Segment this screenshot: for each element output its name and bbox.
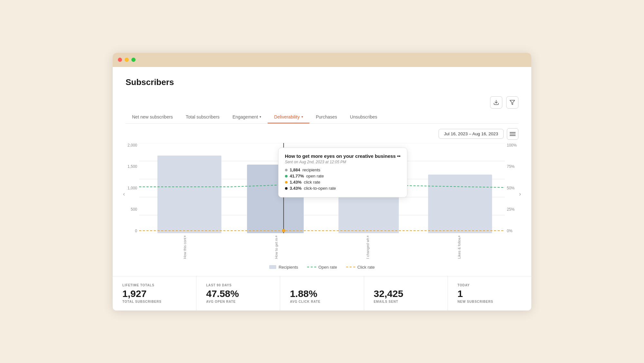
stat-last90-top-label: Last 90 Days <box>206 283 270 287</box>
deliverability-chevron-icon: ▾ <box>301 115 303 119</box>
toolbar <box>126 96 518 109</box>
close-dot[interactable] <box>118 58 122 62</box>
stat-last90-open-bottom-label: Avg Open Rate <box>206 300 270 303</box>
date-range-picker[interactable]: Jul 16, 2023 – Aug 16, 2023 <box>439 129 504 139</box>
page-title: Subscribers <box>126 77 518 87</box>
svg-marker-1 <box>510 100 515 105</box>
stat-last90-emails-bottom-label: Emails Sent <box>374 300 438 303</box>
svg-point-16 <box>282 229 285 232</box>
recipients-legend-icon <box>269 265 276 269</box>
chart-label-1: How this content creat... <box>139 233 231 259</box>
chart-label-4: Likes & follows got yo... <box>413 233 505 259</box>
stat-last90-emails-top-label <box>374 283 438 287</box>
tab-total[interactable]: Total subscribers <box>179 111 226 123</box>
click-rate-legend-icon <box>346 267 355 267</box>
stat-last90-emails: 32,425 Emails Sent <box>364 276 448 310</box>
stat-lifetime-top-label: Lifetime Totals <box>122 283 186 287</box>
svg-rect-15 <box>428 175 492 233</box>
stat-today: Today 1 New Subscribers <box>448 276 531 310</box>
stats-bar: Lifetime Totals 1,927 Total Subscribers … <box>113 276 531 310</box>
main-content: Subscribers Net new subscribers <box>113 67 531 276</box>
engagement-chevron-icon: ▾ <box>260 115 261 119</box>
tab-engagement[interactable]: Engagement ▾ <box>226 111 268 123</box>
filter-button[interactable] <box>506 96 518 109</box>
minimize-dot[interactable] <box>125 58 129 62</box>
download-button[interactable] <box>490 96 502 109</box>
stat-today-value: 1 <box>458 289 522 299</box>
tab-unsubscribes[interactable]: Unsubscribes <box>344 111 384 123</box>
titlebar <box>113 53 531 67</box>
svg-rect-14 <box>338 185 399 233</box>
stat-last90-click-bottom-label: Avg Click Rate <box>290 300 354 303</box>
stat-last90-open: Last 90 Days 47.58% Avg Open Rate <box>196 276 280 310</box>
menu-icon-button[interactable] <box>507 128 518 140</box>
stat-lifetime-bottom-label: Total Subscribers <box>122 300 186 303</box>
stat-lifetime: Lifetime Totals 1,927 Total Subscribers <box>113 276 196 310</box>
stat-last90-click-top-label <box>290 283 354 287</box>
chart-y-axis-left: 2,000 1,500 1,000 500 0 <box>126 143 139 233</box>
open-rate-legend-icon <box>307 267 316 267</box>
chart-svg-area: How to get more eyes on your creative bu… <box>139 143 505 233</box>
chart-container: ‹ › 2,000 1,500 1,000 500 0 100% 75% 50%… <box>113 143 531 259</box>
svg-point-17 <box>282 183 285 186</box>
chart-nav-left-button[interactable]: ‹ <box>120 188 128 200</box>
legend-click-rate: Click rate <box>346 265 375 270</box>
stat-last90-emails-value: 32,425 <box>374 289 438 299</box>
date-range-row: Jul 16, 2023 – Aug 16, 2023 <box>126 124 518 143</box>
chart-inner: ‹ › 2,000 1,500 1,000 500 0 100% 75% 50%… <box>126 143 518 259</box>
tab-net-new[interactable]: Net new subscribers <box>126 111 179 123</box>
stat-last90-open-value: 47.58% <box>206 289 270 299</box>
chart-label-2: How to get more eyes o... <box>231 233 322 259</box>
chart-legend: Recipients Open rate Click rate <box>126 259 518 276</box>
legend-open-rate: Open rate <box>307 265 337 270</box>
stat-last90-click: 1.88% Avg Click Rate <box>280 276 364 310</box>
stat-today-bottom-label: New Subscribers <box>458 300 522 303</box>
tab-deliverability[interactable]: Deliverability ▾ <box>268 111 309 123</box>
app-window: Subscribers Net new subscribers <box>113 53 531 310</box>
svg-rect-11 <box>157 156 222 233</box>
chart-label-3: I changed who I am to... <box>322 233 413 259</box>
nav-tabs: Net new subscribers Total subscribers En… <box>126 111 518 124</box>
stat-last90-click-value: 1.88% <box>290 289 354 299</box>
maximize-dot[interactable] <box>131 58 136 62</box>
tab-purchases[interactable]: Purchases <box>309 111 344 123</box>
chart-x-labels: How this content creat... How to get mor… <box>139 233 505 259</box>
stat-today-top-label: Today <box>458 283 522 287</box>
svg-rect-12 <box>247 165 304 233</box>
stat-lifetime-value: 1,927 <box>122 289 186 299</box>
legend-recipients: Recipients <box>269 265 298 270</box>
chart-nav-right-button[interactable]: › <box>516 188 524 200</box>
